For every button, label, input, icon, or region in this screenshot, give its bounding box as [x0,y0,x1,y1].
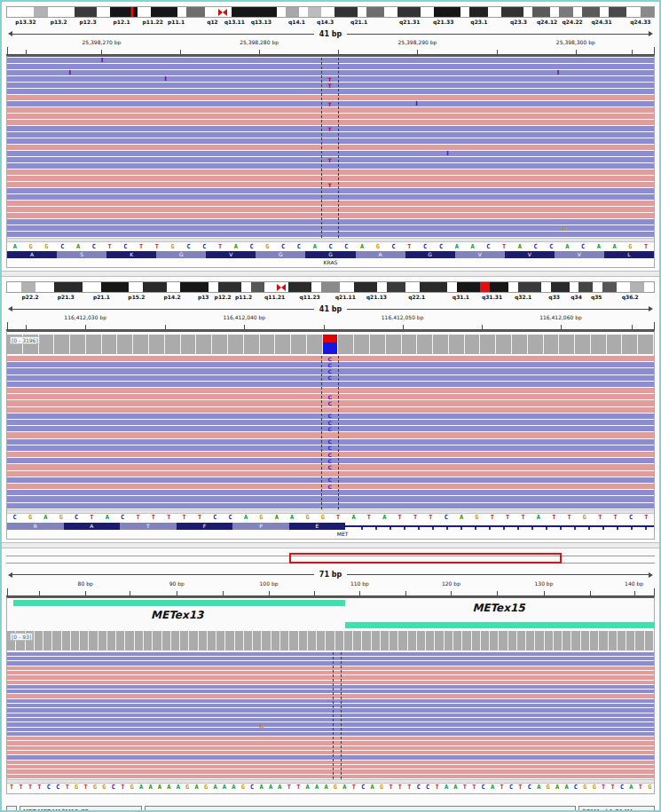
centromere-icon[interactable] [214,7,232,17]
chromosome-band[interactable] [334,7,357,17]
panel-separator[interactable] [2,271,659,277]
coverage-bar[interactable] [481,631,489,650]
read-row[interactable] [7,107,654,113]
coverage-bar[interactable] [563,631,571,650]
chromosome-band[interactable] [405,282,420,292]
metex13-exon-bar[interactable] [13,600,345,606]
coverage-bar[interactable] [508,631,516,650]
chromosome-band[interactable] [299,7,308,17]
coverage-bar[interactable] [135,631,143,650]
coverage-bar[interactable] [52,631,60,650]
coverage-bar[interactable] [554,631,562,650]
coverage-bar[interactable] [71,631,79,650]
chromosome-band[interactable] [518,282,541,292]
coverage-bar[interactable] [618,631,626,650]
chromosome-band[interactable] [177,7,186,17]
coverage-bar[interactable] [271,631,279,650]
chromosome-band[interactable] [532,7,550,17]
coverage-bar[interactable] [462,631,470,650]
chromosome-band[interactable] [434,7,460,17]
ruler-kras[interactable]: 41 bp 25,398,270 bp25,398,280 bp25,398,2… [6,28,655,55]
coverage-bar[interactable] [299,631,307,650]
chromosome-band[interactable] [609,7,626,17]
memory-indicator[interactable]: 371M of 1,214M [578,806,655,812]
coverage-bar[interactable] [433,335,448,354]
coverage-bar[interactable] [645,631,653,650]
coverage-bar[interactable] [449,335,464,354]
coverage-bar[interactable] [244,335,259,354]
coverage-bar[interactable] [490,631,498,650]
chromosome-band[interactable] [523,7,532,17]
coverage-bar[interactable] [54,335,69,354]
read-row[interactable] [7,89,654,94]
chromosome-band[interactable] [167,282,181,292]
metex15-exon-bar[interactable] [345,622,654,628]
read-row[interactable] [7,775,654,778]
chromosome-band[interactable] [582,7,600,17]
read-row[interactable] [7,694,654,698]
chromosome-band[interactable] [138,7,151,17]
chromosome-band[interactable] [387,282,405,292]
chromosome-band[interactable] [593,282,602,292]
centromere-icon[interactable] [274,282,288,292]
coverage-bar[interactable] [144,631,152,650]
chromosome-band[interactable] [97,7,110,17]
coverage-bar[interactable] [165,335,180,354]
coverage-bar[interactable] [70,335,85,354]
sequence-track-kras[interactable]: AGGCACTCTTGCCTACGCCACCAGCTCCAACTACCACAAG… [7,242,654,251]
coverage-bar[interactable] [370,335,385,354]
chromosome-band[interactable] [34,7,47,17]
coverage-bar[interactable] [402,335,417,354]
read-row[interactable] [7,765,654,769]
coverage-bar[interactable] [86,335,101,354]
chromosome-band[interactable] [508,282,518,292]
coverage-bar[interactable] [280,631,288,650]
coverage-bar[interactable] [208,631,216,650]
chromosome-band[interactable] [488,7,501,17]
chromosome-band[interactable] [602,282,617,292]
chromosome-band[interactable] [143,282,166,292]
coverage-bar[interactable] [626,631,634,650]
coverage-bar[interactable] [260,335,275,354]
chromosome-band[interactable] [180,282,209,292]
chromosome-band[interactable] [286,7,299,17]
coverage-bar[interactable] [35,631,43,650]
coverage-bar[interactable] [162,631,170,650]
chromosome-band[interactable] [251,282,265,292]
chromosome-band[interactable] [541,282,551,292]
read-row[interactable] [7,58,654,63]
read-row[interactable] [7,407,654,413]
coverage-bar[interactable] [228,335,243,354]
chromosome-band[interactable] [421,7,434,17]
coverage-bar[interactable] [571,631,579,650]
chromosome-band[interactable] [21,282,35,292]
chromosome-band[interactable] [311,282,321,292]
coverage-bar[interactable] [362,631,370,650]
coverage-bar[interactable] [225,631,233,650]
read-row[interactable] [7,490,654,495]
read-row[interactable] [7,213,654,218]
sequence-track-met[interactable]: CGAGCTACTTTTTCCAGAAGGTATATTTCAGTTTATTGTT… [7,514,654,523]
alignment-track-fusion[interactable]: A [7,652,654,779]
coverage-bar[interactable] [372,631,380,650]
coverage-bar[interactable] [381,631,389,650]
chromosome-band[interactable] [321,7,334,17]
chromosome-band[interactable] [101,282,130,292]
locus-marker[interactable] [480,282,490,292]
coverage-bar[interactable] [417,335,432,354]
read-row[interactable] [7,145,654,150]
chromosome-band[interactable] [186,7,204,17]
coverage-bar[interactable] [622,335,637,354]
chromosome-band[interactable] [420,282,448,292]
coverage-bar[interactable] [499,631,507,650]
chromosome-band[interactable] [7,7,34,17]
read-row[interactable] [7,741,654,745]
chr7-cytobands[interactable] [6,281,655,293]
chromosome-band[interactable] [630,282,644,292]
coverage-bar[interactable] [354,335,369,354]
read-row[interactable] [7,169,654,175]
read-row[interactable] [7,675,654,679]
chromosome-band[interactable] [83,282,101,292]
read-row[interactable] [7,657,654,660]
read-row[interactable] [7,388,654,393]
